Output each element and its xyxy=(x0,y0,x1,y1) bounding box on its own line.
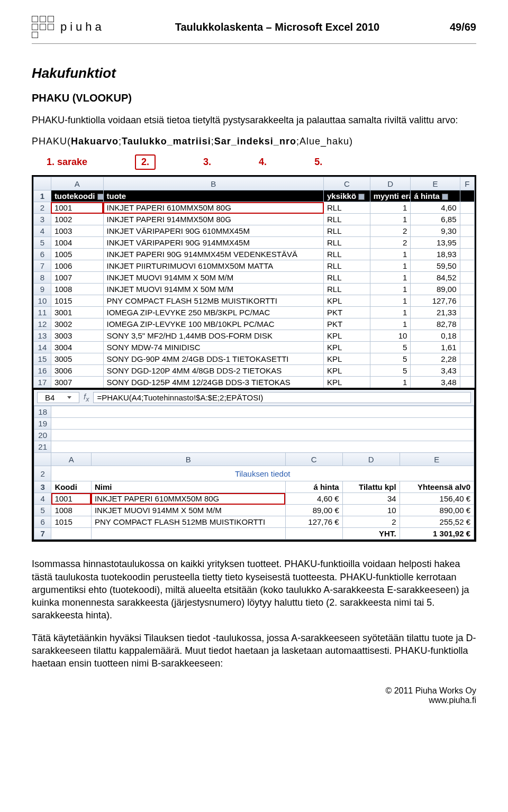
cell-price[interactable]: 84,52 xyxy=(411,272,460,284)
formula-input[interactable]: =PHAKU(A4;Tuotehinnasto!$A:$E;2;EPÄTOSI) xyxy=(93,392,471,403)
rowhead[interactable]: 10 xyxy=(34,295,51,307)
rowhead[interactable]: 13 xyxy=(34,330,51,342)
cell-name[interactable]: INKJET VÄRIPAPERI 90G 610MMX45M xyxy=(103,225,324,237)
hdr-tuotekoodi[interactable]: tuotekoodi xyxy=(51,190,103,202)
hdr-koodi[interactable]: Koodi xyxy=(51,481,92,493)
cell-code[interactable]: 3001 xyxy=(51,307,103,318)
rowhead[interactable]: 21 xyxy=(34,441,51,453)
rowhead[interactable]: 11 xyxy=(34,307,51,318)
filter-icon[interactable] xyxy=(97,194,103,200)
cell-price[interactable]: 9,30 xyxy=(411,225,460,237)
rowhead[interactable]: 14 xyxy=(34,342,51,353)
cell-qty[interactable]: 2 xyxy=(370,225,411,237)
cell-price[interactable]: 0,18 xyxy=(411,330,460,342)
hdr-ahinta[interactable]: á hinta xyxy=(285,481,342,493)
cell-price[interactable]: 2,28 xyxy=(411,353,460,365)
col-C[interactable]: C xyxy=(324,177,370,190)
cell-empty[interactable] xyxy=(460,214,474,225)
hdr-tilattu[interactable]: Tilattu kpl xyxy=(342,481,400,493)
cell-unit[interactable]: RLL xyxy=(324,284,370,295)
cell-qty[interactable]: 10 xyxy=(370,330,411,342)
cell-unit[interactable]: RLL xyxy=(324,225,370,237)
rowhead[interactable]: 19 xyxy=(34,418,51,430)
cell-price[interactable]: 89,00 xyxy=(411,284,460,295)
cell-yhteensa[interactable]: 890,00 € xyxy=(400,505,474,516)
cell-tilattu[interactable]: 10 xyxy=(342,505,400,516)
name-box[interactable]: B4 xyxy=(37,392,79,403)
cell-unit[interactable]: RLL xyxy=(324,260,370,272)
rowhead[interactable]: 7 xyxy=(34,260,51,272)
cell-unit[interactable]: RLL xyxy=(324,272,370,284)
hdr-yksikko[interactable]: yksikkö xyxy=(324,190,370,202)
rowhead[interactable]: 17 xyxy=(34,377,51,388)
cell-code[interactable]: 3003 xyxy=(51,330,103,342)
cell-price[interactable]: 4,60 xyxy=(411,202,460,214)
footer-label[interactable]: YHT. xyxy=(342,528,400,540)
cell-code[interactable]: 3006 xyxy=(51,365,103,377)
cell-empty[interactable] xyxy=(460,307,474,318)
rowhead[interactable]: 16 xyxy=(34,365,51,377)
cell-yhteensa[interactable]: 156,40 € xyxy=(400,493,474,505)
col-D[interactable]: D xyxy=(370,177,411,190)
cell-name[interactable]: SONY MDW-74 MINIDISC xyxy=(103,342,324,353)
rowhead[interactable]: 5 xyxy=(34,505,51,516)
cell-code[interactable]: 1006 xyxy=(51,260,103,272)
cell-price[interactable]: 127,76 xyxy=(411,295,460,307)
cell-code[interactable]: 3004 xyxy=(51,342,103,353)
col-E[interactable]: E xyxy=(411,177,460,190)
cell-tilattu[interactable]: 34 xyxy=(342,493,400,505)
cell-name[interactable]: INKJET VÄRIPAPERI 90G 914MMX45M xyxy=(103,237,324,249)
cell-price[interactable]: 3,48 xyxy=(411,377,460,388)
col-A[interactable]: A xyxy=(51,177,103,190)
cell-empty[interactable] xyxy=(460,284,474,295)
cell-name[interactable]: INKJET PAPERI 914MMX50M 80G xyxy=(103,214,324,225)
col-B[interactable]: B xyxy=(91,453,285,466)
corner-cell[interactable] xyxy=(34,453,51,466)
cell-empty[interactable] xyxy=(460,237,474,249)
cell-empty[interactable] xyxy=(460,353,474,365)
cell-qty[interactable]: 2 xyxy=(370,237,411,249)
rowhead[interactable]: 9 xyxy=(34,284,51,295)
cell-empty[interactable] xyxy=(460,365,474,377)
cell-qty[interactable]: 5 xyxy=(370,342,411,353)
rowhead[interactable]: 7 xyxy=(34,528,51,540)
cell-name[interactable]: INKJET PAPERI 90G 914MMX45M VEDENKESTÄVÄ xyxy=(103,249,324,260)
col-F[interactable]: F xyxy=(460,177,474,190)
cell-code[interactable]: 1005 xyxy=(51,249,103,260)
cell-price[interactable]: 21,33 xyxy=(411,307,460,318)
chevron-down-icon[interactable] xyxy=(67,396,71,399)
cell-name[interactable]: SONY DG-90P 4MM 2/4GB DDS-1 TIETOKASETTI xyxy=(103,353,324,365)
cell-ahinta[interactable]: 127,76 € xyxy=(285,516,342,528)
col-E[interactable]: E xyxy=(400,453,474,466)
cell-empty[interactable] xyxy=(460,202,474,214)
cell-unit[interactable]: PKT xyxy=(324,307,370,318)
cell-code[interactable]: 1008 xyxy=(51,284,103,295)
rowhead[interactable]: 2 xyxy=(34,202,51,214)
cell-name[interactable]: SONY DGD-125P 4MM 12/24GB DDS-3 TIETOKAS xyxy=(103,377,324,388)
cell-unit[interactable]: RLL xyxy=(324,237,370,249)
cell-price[interactable]: 1,61 xyxy=(411,342,460,353)
cell-name[interactable]: INKJET PAPERI 610MMX50M 80G xyxy=(103,202,324,214)
rowhead[interactable]: 2 xyxy=(34,466,51,481)
cell-code[interactable]: 1003 xyxy=(51,225,103,237)
rowhead[interactable]: 8 xyxy=(34,272,51,284)
cell-name[interactable]: SONY 3,5" MF2/HD 1,44MB DOS-FORM DISK xyxy=(103,330,324,342)
cell-price[interactable]: 3,43 xyxy=(411,365,460,377)
footer-total[interactable]: 1 301,92 € xyxy=(400,528,474,540)
cell-ahinta[interactable]: 4,60 € xyxy=(285,493,342,505)
cell-qty[interactable]: 1 xyxy=(370,284,411,295)
cell-name[interactable]: INKJET MUOVI 914MM X 50M M/M xyxy=(103,284,324,295)
col-D[interactable]: D xyxy=(342,453,400,466)
rowhead[interactable]: 3 xyxy=(34,481,51,493)
corner-cell[interactable] xyxy=(34,177,51,190)
cell-unit[interactable]: RLL xyxy=(324,249,370,260)
cell-name[interactable]: INKJET PIIRTURIMUOVI 610MMX50M MATTA xyxy=(103,260,324,272)
cell-price[interactable]: 82,78 xyxy=(411,318,460,330)
cell-name[interactable]: IOMEGA ZIP-LEVYKE 100 MB/10KPL PC/MAC xyxy=(103,318,324,330)
cell-empty[interactable] xyxy=(460,295,474,307)
cell-code[interactable]: 3005 xyxy=(51,353,103,365)
cell-nimi[interactable]: PNY COMPACT FLASH 512MB MUISTIKORTTI xyxy=(91,516,285,528)
rowhead[interactable]: 4 xyxy=(34,493,51,505)
cell-name[interactable]: SONY DGD-120P 4MM 4/8GB DDS-2 TIETOKAS xyxy=(103,365,324,377)
cell-name[interactable]: INKJET MUOVI 914MM X 50M M/M xyxy=(103,272,324,284)
